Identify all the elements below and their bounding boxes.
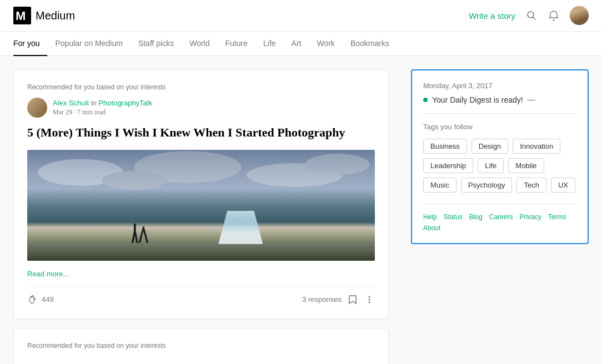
tab-life[interactable]: Life (255, 32, 284, 56)
tag-design[interactable]: Design (471, 139, 508, 154)
digest-ready-row: Your Daily Digest is ready! — (423, 95, 576, 114)
search-icon[interactable] (525, 9, 538, 22)
write-story-button[interactable]: Write a story (469, 11, 515, 21)
digest-date: Monday, April 3, 2017 (423, 82, 576, 90)
article-meta: Alex Schult in PhotographyTalk Mar 29 · … (27, 98, 375, 118)
svg-line-3 (533, 17, 536, 20)
main-content: Recommended for you based on your intere… (0, 56, 602, 364)
tag-business[interactable]: Business (423, 139, 467, 154)
responses-section: 3 responses (302, 294, 375, 305)
article-footer: 449 3 responses (27, 287, 375, 305)
article-card-1: Recommended for you based on your intere… (13, 69, 389, 319)
tag-innovation[interactable]: Innovation (513, 139, 560, 154)
responses-link[interactable]: 3 responses (302, 295, 342, 304)
svg-point-9 (305, 154, 370, 175)
svg-point-10 (369, 296, 370, 297)
clap-count: 449 (42, 295, 54, 304)
recommended-label-1: Recommended for you based on your intere… (27, 83, 375, 91)
author-in-text: in (91, 99, 99, 107)
article-title[interactable]: 5 (More) Things I Wish I Knew When I Sta… (27, 124, 375, 141)
read-more-link[interactable]: Read more... (27, 270, 375, 278)
digest-arrow: — (528, 95, 535, 104)
tab-world[interactable]: World (182, 32, 217, 56)
footer-link-about[interactable]: About (423, 224, 440, 232)
tab-future[interactable]: Future (218, 32, 255, 56)
bell-icon[interactable] (548, 9, 560, 22)
user-avatar[interactable] (570, 6, 589, 25)
tag-leadership[interactable]: Leadership (423, 158, 473, 173)
recommended-label-2: Recommended for you based on your intere… (27, 342, 375, 350)
medium-logo-text: Medium (36, 9, 75, 22)
tripod-element (138, 226, 148, 243)
svg-point-8 (102, 171, 167, 190)
digest-dot (423, 98, 428, 102)
svg-text:M: M (16, 9, 25, 23)
sidebar: Monday, April 3, 2017 Your Daily Digest … (411, 69, 589, 364)
tab-staff-picks[interactable]: Staff picks (131, 32, 182, 56)
svg-point-4 (553, 19, 555, 21)
sidebar-footer: Help Status Blog Careers Privacy Terms A… (423, 204, 576, 232)
tag-mobile[interactable]: Mobile (508, 158, 544, 173)
article-date: Mar 29 · 7 min read (53, 108, 152, 117)
clap-icon[interactable] (27, 294, 38, 305)
tab-for-you[interactable]: For you (13, 32, 47, 56)
header-logo-group: M Medium (13, 7, 75, 24)
footer-link-status[interactable]: Status (444, 213, 463, 221)
medium-logo-icon: M (13, 7, 31, 24)
tag-music[interactable]: Music (423, 178, 456, 193)
nav-tabs: For you Popular on Medium Staff picks Wo… (0, 32, 602, 56)
tab-work[interactable]: Work (309, 32, 342, 56)
footer-link-help[interactable]: Help (423, 213, 437, 221)
ground-element (27, 241, 375, 261)
author-name[interactable]: Alex Schult (53, 99, 89, 107)
publication-name[interactable]: PhotographyTalk (98, 99, 152, 107)
clap-section: 449 (27, 294, 54, 305)
footer-link-blog[interactable]: Blog (469, 213, 483, 221)
svg-point-12 (369, 301, 370, 303)
author-avatar (27, 98, 47, 118)
tags-section-title: Tags you follow (423, 123, 576, 131)
footer-link-privacy[interactable]: Privacy (519, 213, 541, 221)
feed: Recommended for you based on your intere… (13, 69, 389, 364)
svg-point-11 (369, 299, 370, 300)
tab-bookmarks[interactable]: Bookmarks (343, 32, 397, 56)
more-icon[interactable] (364, 294, 375, 305)
article-card-2: Recommended for you based on your intere… (13, 328, 389, 364)
meta-text-block: Alex Schult in PhotographyTalk Mar 29 · … (53, 99, 152, 117)
tag-ux[interactable]: UX (551, 178, 575, 193)
tab-popular[interactable]: Popular on Medium (47, 32, 130, 56)
person-silhouette (132, 224, 138, 243)
author-line: Alex Schult in PhotographyTalk (53, 99, 152, 107)
tag-life[interactable]: Life (478, 158, 504, 173)
footer-link-careers[interactable]: Careers (489, 213, 513, 221)
tab-art[interactable]: Art (284, 32, 309, 56)
header-actions: Write a story (469, 6, 589, 25)
image-background (27, 150, 375, 261)
tag-psychology[interactable]: Psychology (461, 178, 512, 193)
digest-text[interactable]: Your Daily Digest is ready! (432, 95, 523, 104)
article-image (27, 150, 375, 261)
header: M Medium Write a story (0, 0, 602, 32)
sky-svg (27, 150, 375, 216)
tag-tech[interactable]: Tech (516, 178, 546, 193)
footer-link-terms[interactable]: Terms (548, 213, 566, 221)
bookmark-icon[interactable] (347, 294, 358, 305)
tags-grid: Business Design Innovation Leadership Li… (423, 139, 576, 193)
digest-box: Monday, April 3, 2017 Your Daily Digest … (411, 69, 589, 244)
